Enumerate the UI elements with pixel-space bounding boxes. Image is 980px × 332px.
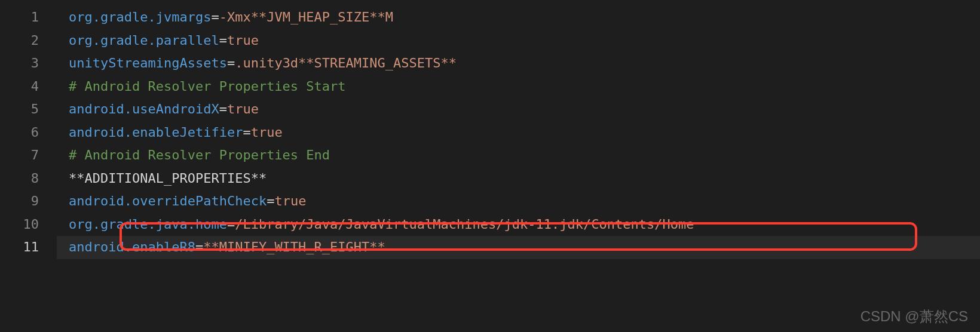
- code-token-val: true: [251, 125, 283, 140]
- code-token-val: true: [274, 193, 306, 208]
- code-line[interactable]: android.overridePathCheck=true: [57, 190, 980, 213]
- code-token-comment: # Android Resolver Properties End: [69, 147, 330, 162]
- code-editor[interactable]: 1234567891011 org.gradle.jvmargs=-Xmx**J…: [0, 0, 980, 332]
- line-number: 7: [0, 144, 57, 167]
- watermark: CSDN @萧然CS: [860, 307, 968, 326]
- code-token-val: .unity3d**STREAMING_ASSETS**: [235, 56, 457, 70]
- code-token-val: true: [227, 102, 259, 116]
- line-number: 11: [0, 236, 57, 259]
- line-number: 9: [0, 190, 57, 213]
- code-line[interactable]: # Android Resolver Properties Start: [57, 75, 980, 99]
- code-line[interactable]: android.enableR8=**MINIFY_WITH_R_EIGHT**: [57, 236, 980, 259]
- line-number: 3: [0, 52, 57, 75]
- code-line[interactable]: org.gradle.parallel=true: [57, 29, 980, 53]
- code-token-val: true: [227, 33, 259, 48]
- code-token-val: /Library/Java/JavaVirtualMachines/jdk-11…: [235, 217, 694, 232]
- code-token-key: android.enableJetifier: [69, 125, 243, 140]
- code-token-comment: # Android Resolver Properties Start: [69, 79, 346, 94]
- line-number: 6: [0, 121, 57, 145]
- code-line[interactable]: org.gradle.jvmargs=-Xmx**JVM_HEAP_SIZE**…: [57, 6, 980, 29]
- code-token-key: org.gradle.java.home: [69, 217, 227, 232]
- code-token-key: unityStreamingAssets: [69, 56, 227, 70]
- code-line[interactable]: unityStreamingAssets=.unity3d**STREAMING…: [57, 52, 980, 75]
- code-token-key: org.gradle.parallel: [69, 33, 219, 48]
- code-token-key: org.gradle.jvmargs: [69, 10, 211, 24]
- line-number: 1: [0, 6, 57, 29]
- code-area[interactable]: org.gradle.jvmargs=-Xmx**JVM_HEAP_SIZE**…: [57, 0, 980, 332]
- code-token-eq: =: [219, 102, 227, 116]
- code-token-plain: **ADDITIONAL_PROPERTIES**: [69, 171, 267, 186]
- code-token-eq: =: [243, 125, 250, 140]
- code-token-key: android.useAndroidX: [69, 102, 219, 116]
- code-token-eq: =: [211, 10, 219, 24]
- line-number: 5: [0, 98, 57, 121]
- code-line[interactable]: **ADDITIONAL_PROPERTIES**: [57, 167, 980, 190]
- code-token-key: android.enableR8: [69, 239, 195, 254]
- code-line[interactable]: android.useAndroidX=true: [57, 98, 980, 121]
- code-line[interactable]: org.gradle.java.home=/Library/Java/JavaV…: [57, 213, 980, 236]
- line-number: 8: [0, 167, 57, 190]
- code-token-eq: =: [227, 217, 235, 232]
- code-line[interactable]: # Android Resolver Properties End: [57, 144, 980, 167]
- line-number: 4: [0, 75, 57, 99]
- code-token-eq: =: [267, 193, 274, 208]
- code-token-val: **MINIFY_WITH_R_EIGHT**: [203, 239, 385, 254]
- code-token-key: android.overridePathCheck: [69, 193, 267, 208]
- line-number: 10: [0, 213, 57, 236]
- line-number-gutter: 1234567891011: [0, 0, 57, 332]
- code-token-val: -Xmx**JVM_HEAP_SIZE**M: [219, 10, 393, 24]
- line-number: 2: [0, 29, 57, 53]
- code-token-eq: =: [227, 56, 235, 70]
- code-token-eq: =: [195, 239, 203, 254]
- code-line[interactable]: android.enableJetifier=true: [57, 121, 980, 145]
- code-token-eq: =: [219, 33, 227, 48]
